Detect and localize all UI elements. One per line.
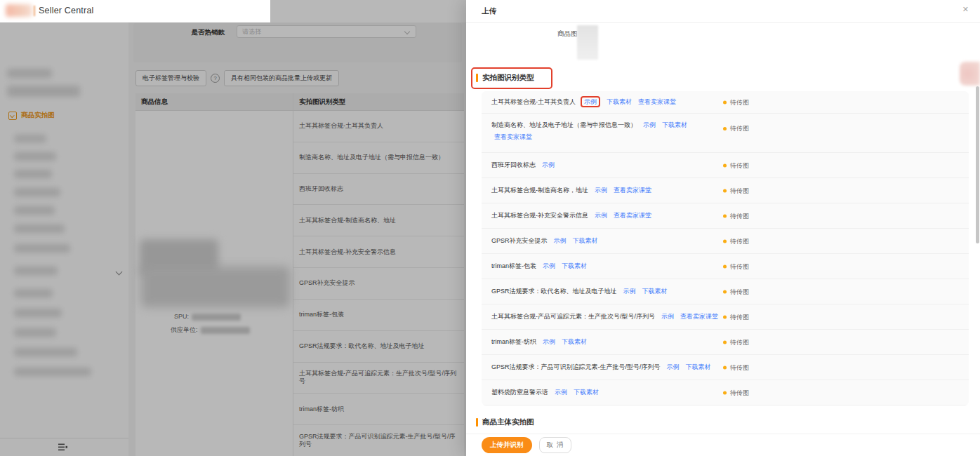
recognition-row: triman标签-纺织示例下载素材 待传图 [482, 330, 969, 355]
logo-divider [34, 6, 35, 16]
status-dot-icon [723, 100, 727, 104]
status-dot-icon [723, 163, 727, 167]
row-content: GPSR补充安全提示示例下载素材 [491, 236, 729, 246]
recognition-row: triman标签-包装示例下载素材 待传图 [482, 254, 969, 279]
scrollbar-thumb[interactable] [976, 86, 979, 243]
row-content: 西班牙回收标志示例 [491, 160, 729, 170]
recognition-label: 塑料袋防窒息警示语 [491, 389, 548, 396]
status-badge: 待传图 [723, 98, 749, 107]
recognition-label: triman标签-纺织 [491, 338, 536, 345]
link-示例[interactable]: 示例 [555, 389, 567, 396]
status-text: 待传图 [730, 236, 749, 246]
recognition-row: 土耳其标签合规-土耳其负责人示例下载素材查看卖家课堂 待传图 [482, 91, 969, 114]
recognition-label: GPSR法规要求：欧代名称、地址及电子地址 [491, 288, 617, 295]
link-示例[interactable]: 示例 [542, 161, 555, 168]
section-bar-icon [476, 74, 478, 82]
link-下载素材[interactable]: 下载素材 [574, 389, 599, 396]
link-下载素材[interactable]: 下载素材 [573, 237, 598, 244]
recognition-label: 西班牙回收标志 [491, 161, 536, 168]
row-content: triman标签-纺织示例下载素材 [491, 337, 729, 347]
drawer-mask[interactable] [0, 22, 270, 456]
drawer-mask[interactable] [270, 0, 466, 456]
recognition-row: 制造商名称、地址及电子地址（需与申报信息一致）示例下载素材 查看卖家课堂 待传图 [482, 114, 969, 153]
drawer-header: 上传 ✕ [466, 0, 980, 23]
link-查看卖家课堂[interactable]: 查看卖家课堂 [680, 313, 718, 320]
status-badge: 待传图 [723, 287, 749, 296]
link-示例[interactable]: 示例 [623, 288, 636, 295]
recognition-label: 制造商名称、地址及电子地址（需与申报信息一致） [491, 121, 637, 128]
recognition-label: 土耳其标签合规-制造商名称，地址 [491, 187, 588, 194]
link-查看卖家课堂[interactable]: 查看卖家课堂 [638, 98, 676, 105]
status-text: 待传图 [730, 312, 749, 321]
brand-logo [6, 4, 32, 17]
section-bar-icon [476, 418, 478, 427]
status-badge: 待传图 [723, 186, 749, 195]
recognition-row: 土耳其标签合规-补充安全警示信息示例查看卖家课堂 待传图 [482, 203, 969, 229]
link-下载素材[interactable]: 下载素材 [642, 288, 668, 295]
row-content: GPSR法规要求：产品可识别追踪元素-生产批号/型号/序列号示例下载素材 [491, 362, 729, 373]
link-示例[interactable]: 示例 [643, 121, 656, 128]
section-recognition-types: 实拍图识别类型 [476, 73, 534, 83]
status-dot-icon [723, 391, 727, 394]
status-text: 待传图 [730, 161, 749, 170]
close-icon[interactable]: ✕ [962, 6, 969, 13]
status-dot-icon [723, 290, 727, 293]
status-text: 待传图 [730, 98, 749, 107]
link-示例[interactable]: 示例 [595, 212, 607, 219]
link-示例[interactable]: 示例 [581, 96, 600, 107]
link-查看卖家课堂[interactable]: 查看卖家课堂 [614, 212, 651, 219]
link-示例[interactable]: 示例 [554, 237, 567, 244]
status-text: 待传图 [730, 211, 749, 220]
status-dot-icon [723, 189, 727, 192]
link-下载素材[interactable]: 下载素材 [607, 98, 632, 105]
link-示例[interactable]: 示例 [543, 338, 555, 345]
status-badge: 待传图 [723, 211, 749, 220]
link-示例[interactable]: 示例 [595, 187, 607, 194]
link-下载素材[interactable]: 下载素材 [662, 121, 687, 128]
recognition-label: 土耳其标签合规-产品可追踪元素：生产批次号/型号/序列号 [491, 313, 655, 320]
status-text: 待传图 [730, 363, 749, 372]
upload-drawer: 上传 ✕ 商品图 实拍图识别类型 土耳其标签合规-土耳其负责人示例下载素材查看卖… [466, 0, 980, 456]
floating-widget-redacted [960, 62, 980, 86]
recognition-label: triman标签-包装 [491, 262, 536, 269]
status-dot-icon [723, 264, 727, 268]
product-image-label: 商品图 [557, 29, 578, 39]
status-text: 待传图 [730, 186, 749, 195]
row-content: 土耳其标签合规-产品可追踪元素：生产批次号/型号/序列号示例查看卖家课堂 [491, 311, 729, 322]
drawer-footer: 上传并识别 取 消 [466, 434, 980, 456]
status-dot-icon [723, 127, 727, 130]
row-content: 土耳其标签合规-土耳其负责人示例下载素材查看卖家课堂 [491, 97, 729, 107]
status-dot-icon [723, 214, 727, 217]
drawer-title: 上传 [482, 6, 496, 16]
cancel-button[interactable]: 取 消 [539, 437, 572, 453]
link-下载素材[interactable]: 下载素材 [562, 262, 587, 269]
link-下载素材[interactable]: 下载素材 [686, 363, 711, 370]
link-查看卖家课堂[interactable]: 查看卖家课堂 [494, 133, 532, 140]
status-text: 待传图 [730, 388, 749, 397]
status-dot-icon [723, 340, 727, 344]
link-示例[interactable]: 示例 [667, 363, 680, 370]
brand-title: Seller Central [39, 6, 94, 15]
recognition-label: GPSR法规要求：产品可识别追踪元素-生产批号/型号/序列号 [491, 363, 661, 370]
recognition-row: GPSR法规要求：欧代名称、地址及电子地址示例下载素材 待传图 [482, 279, 969, 304]
status-badge: 待传图 [723, 363, 749, 372]
link-下载素材[interactable]: 下载素材 [562, 338, 587, 345]
recognition-row: 西班牙回收标志示例 待传图 [482, 153, 969, 178]
status-badge: 待传图 [723, 337, 749, 347]
status-badge: 待传图 [723, 388, 749, 397]
row-content: 土耳其标签合规-制造商名称，地址示例查看卖家课堂 [491, 185, 729, 196]
link-示例[interactable]: 示例 [661, 313, 674, 320]
status-badge: 待传图 [723, 312, 749, 321]
recognition-row: GPSR法规要求：产品可识别追踪元素-生产批号/型号/序列号示例下载素材 待传图 [482, 355, 969, 380]
link-查看卖家课堂[interactable]: 查看卖家课堂 [614, 187, 651, 194]
recognition-row: GPSR补充安全提示示例下载素材 待传图 [482, 229, 969, 254]
upload-recognize-button[interactable]: 上传并识别 [482, 437, 532, 453]
status-badge: 待传图 [723, 161, 749, 170]
section-title: 实拍图识别类型 [482, 73, 534, 83]
recognition-row: 土耳其标签合规-产品可追踪元素：生产批次号/型号/序列号示例查看卖家课堂 待传图 [482, 304, 969, 330]
link-示例[interactable]: 示例 [543, 262, 555, 269]
status-dot-icon [723, 315, 727, 318]
recognition-row: 塑料袋防窒息警示语示例下载素材 待传图 [482, 380, 969, 405]
status-text: 待传图 [730, 337, 749, 347]
row-content: GPSR法规要求：欧代名称、地址及电子地址示例下载素材 [491, 286, 729, 297]
